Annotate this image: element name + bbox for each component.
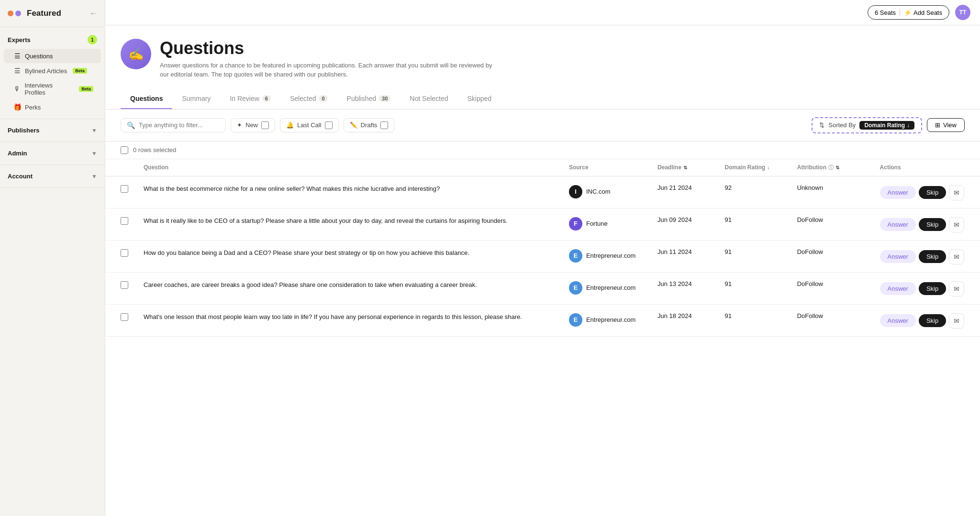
sidebar-item-interviews-profiles[interactable]: 🎙 Interviews Profiles Beta — [4, 78, 101, 99]
last-call-icon: 🔔 — [286, 121, 294, 129]
drafts-checkbox[interactable] — [380, 121, 388, 129]
lightning-icon: ⚡ — [904, 9, 912, 16]
deadline-text-4: Jun 18 2024 — [657, 311, 692, 319]
sorted-by-label: Sorted By — [828, 121, 856, 129]
tab-not-selected[interactable]: Not Selected — [400, 89, 457, 109]
account-section-header[interactable]: Account ▼ — [0, 169, 105, 184]
new-filter[interactable]: ✦ New — [231, 118, 275, 132]
interviews-icon: 🎙 — [13, 85, 21, 93]
mail-button-4[interactable]: ✉ — [949, 313, 964, 329]
account-chevron-icon: ▼ — [91, 173, 97, 180]
questions-icon: ☰ — [13, 52, 21, 60]
sidebar-section-account: Account ▼ — [0, 165, 105, 188]
row-checkbox-0[interactable] — [121, 185, 128, 193]
dr-value-0: 92 — [724, 183, 731, 191]
seats-button[interactable]: 6 Seats ⚡ Add Seats — [868, 5, 949, 20]
select-all-checkbox[interactable] — [121, 146, 128, 154]
new-filter-label: New — [245, 121, 258, 129]
attr-sort-icon: ⇅ — [835, 165, 839, 170]
deadline-cell-3: Jun 13 2024 — [650, 272, 717, 304]
th-domain-rating[interactable]: Domain Rating ↓ — [717, 159, 789, 176]
tab-in-review[interactable]: In Review 6 — [220, 89, 280, 109]
row-checkbox-1[interactable] — [121, 217, 128, 225]
answer-button-1[interactable]: Answer — [880, 218, 916, 231]
published-count: 30 — [379, 95, 390, 102]
answer-button-2[interactable]: Answer — [880, 250, 916, 263]
source-cell-0: I INC.com — [561, 176, 650, 208]
skip-button-2[interactable]: Skip — [919, 250, 946, 263]
main-content: 6 Seats ⚡ Add Seats TT ✍️ Questions Answ… — [105, 0, 980, 516]
skip-button-3[interactable]: Skip — [919, 282, 946, 295]
tab-summary[interactable]: Summary — [172, 89, 220, 109]
tab-published[interactable]: Published 30 — [337, 89, 401, 109]
sidebar-item-questions[interactable]: ☰ Questions — [4, 49, 101, 63]
view-button[interactable]: ⊞ View — [927, 118, 965, 132]
page-title-block: Questions Answer questions for a chance … — [160, 39, 495, 79]
source-cell-2: E Entrepreneur.com — [561, 240, 650, 272]
sidebar-item-perks[interactable]: 🎁 Perks — [4, 100, 101, 114]
mail-button-3[interactable]: ✉ — [949, 281, 964, 296]
last-call-filter[interactable]: 🔔 Last Call — [280, 118, 339, 132]
publishers-section-header[interactable]: Publishers ▼ — [0, 123, 105, 138]
view-label: View — [943, 121, 957, 129]
question-text-3: Career coaches, are career breaks a good… — [144, 281, 477, 288]
source-name-0: INC.com — [586, 188, 611, 195]
new-filter-checkbox[interactable] — [261, 121, 269, 129]
sidebar-item-bylined-articles[interactable]: ☰ Bylined Articles Beta — [4, 64, 101, 78]
drafts-filter[interactable]: ✏️ Drafts — [344, 118, 395, 132]
logo-text: Featured — [27, 9, 61, 18]
row-checkbox-cell-0 — [105, 176, 136, 208]
account-section-title: Account — [8, 173, 33, 180]
seats-count-label: 6 Seats — [875, 9, 896, 16]
tab-selected[interactable]: Selected 0 — [280, 89, 337, 109]
answer-button-3[interactable]: Answer — [880, 282, 916, 295]
mail-button-1[interactable]: ✉ — [949, 217, 964, 232]
table-row: What is the best ecommerce niche for a n… — [105, 176, 980, 208]
question-cell-4: What's one lesson that most people learn… — [136, 304, 561, 336]
row-checkbox-2[interactable] — [121, 249, 128, 257]
attr-value-2: DoFollow — [797, 247, 823, 255]
mail-button-2[interactable]: ✉ — [949, 249, 964, 264]
mail-button-0[interactable]: ✉ — [949, 185, 964, 200]
source-logo-2: E — [569, 249, 582, 263]
tab-skipped[interactable]: Skipped — [458, 89, 501, 109]
search-box[interactable]: 🔍 — [121, 118, 226, 132]
sort-button[interactable]: ⇅ Sorted By Domain Rating ↓ — [812, 117, 922, 133]
experts-section-title: Experts — [8, 36, 31, 44]
search-input[interactable] — [139, 121, 215, 129]
tab-questions[interactable]: Questions — [121, 89, 172, 109]
row-checkbox-3[interactable] — [121, 281, 128, 289]
interviews-beta-badge: Beta — [79, 86, 93, 92]
actions-cell-0: Answer Skip ✉ — [872, 176, 980, 208]
skip-button-0[interactable]: Skip — [919, 186, 946, 199]
answer-button-0[interactable]: Answer — [880, 186, 916, 199]
experts-section-header[interactable]: Experts 1 — [0, 31, 105, 48]
attr-cell-3: DoFollow — [790, 272, 872, 304]
answer-button-4[interactable]: Answer — [880, 314, 916, 327]
sidebar-collapse-button[interactable]: ← — [89, 9, 97, 18]
row-checkbox-4[interactable] — [121, 313, 128, 321]
last-call-label: Last Call — [297, 121, 322, 129]
view-icon: ⊞ — [935, 121, 940, 129]
add-seats-label: ⚡ Add Seats — [904, 9, 942, 16]
admin-section-header[interactable]: Admin ▼ — [0, 146, 105, 161]
dr-cell-4: 91 — [717, 304, 789, 336]
sidebar-item-interviews-label: Interviews Profiles — [24, 82, 73, 96]
publishers-chevron-icon: ▼ — [91, 127, 97, 134]
question-cell-2: How do you balance being a Dad and a CEO… — [136, 240, 561, 272]
select-all-row: 0 rows selected — [105, 142, 980, 159]
table-row: How do you balance being a Dad and a CEO… — [105, 240, 980, 272]
logo-dot-purple — [15, 11, 21, 16]
admin-section-title: Admin — [8, 150, 27, 157]
table-area: 0 rows selected Question Source — [105, 142, 980, 516]
sidebar-logo: Featured ← — [0, 0, 105, 27]
attribution-info-icon: ⓘ — [828, 164, 834, 171]
deadline-cell-1: Jun 09 2024 — [650, 208, 717, 240]
sidebar-section-experts: Experts 1 ☰ Questions ☰ Bylined Articles… — [0, 27, 105, 119]
skip-button-1[interactable]: Skip — [919, 218, 946, 231]
in-review-count: 6 — [262, 95, 271, 102]
skip-button-4[interactable]: Skip — [919, 314, 946, 327]
bylined-articles-beta-badge: Beta — [73, 68, 87, 74]
last-call-checkbox[interactable] — [325, 121, 333, 129]
th-deadline[interactable]: Deadline ⇅ — [650, 159, 717, 176]
